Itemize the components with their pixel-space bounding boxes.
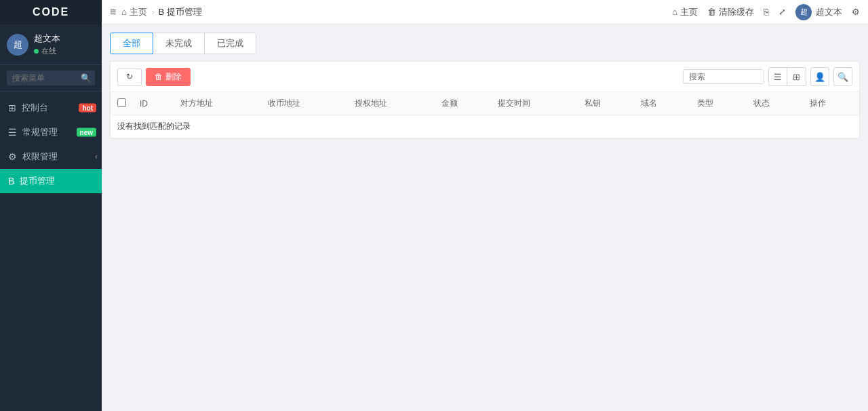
refresh-button[interactable]: ↻: [117, 68, 142, 86]
clear-cache-label: 清除缓存: [719, 6, 754, 18]
breadcrumb-current: B 提币管理: [159, 6, 203, 18]
data-table: ID 对方地址 收币地址 授权地址 金额 提交时间 私钥 域名 类型 状态 操作: [111, 92, 859, 138]
avatar: 超: [7, 34, 28, 56]
header-user[interactable]: 超 超文本: [795, 4, 842, 20]
home-icon: ⌂: [121, 7, 127, 17]
tab-all[interactable]: 全部: [110, 33, 153, 54]
col-auth-addr: 授权地址: [348, 92, 435, 115]
clear-cache-action[interactable]: 🗑 清除缓存: [707, 6, 754, 18]
coin-manage-icon: B: [8, 176, 14, 187]
col-status: 状态: [747, 92, 803, 115]
sidebar-logo: CODE: [0, 0, 102, 24]
status-dot-online: [34, 49, 39, 54]
header-username: 超文本: [816, 6, 842, 18]
breadcrumb-current-label: 提币管理: [167, 6, 202, 18]
sidebar-user: 超 超文本 在线: [0, 24, 102, 65]
table-card: ↻ 🗑 删除 ☰ ⊞ 👤 🔍: [110, 61, 860, 139]
list-view-icon[interactable]: ☰: [768, 67, 787, 86]
delete-icon: 🗑: [155, 72, 163, 81]
header-left: ≡ ⌂ 主页 › B 提币管理: [110, 6, 202, 18]
delete-button[interactable]: 🗑 删除: [146, 68, 191, 86]
col-id: ID: [133, 92, 174, 115]
sidebar: CODE 超 超文本 在线 🔍 ⊞ 控制台 hot ☰ 常规管理 new ⚙: [0, 0, 102, 411]
col-private-key: 私钥: [578, 92, 634, 115]
new-badge: new: [77, 128, 96, 137]
sidebar-search-icon: 🔍: [81, 73, 91, 83]
collapse-icon: ‹: [95, 152, 98, 161]
header-settings-icon[interactable]: ⚙: [852, 7, 860, 17]
fullscreen-action[interactable]: ⤢: [778, 7, 786, 17]
clear-cache-icon: 🗑: [707, 7, 716, 17]
user-status: 在线: [34, 46, 60, 56]
table-toolbar: ↻ 🗑 删除 ☰ ⊞ 👤 🔍: [111, 62, 859, 92]
col-action: 操作: [803, 92, 859, 115]
main-content: ≡ ⌂ 主页 › B 提币管理 ⌂ 主页 🗑 清除缓存: [102, 0, 868, 411]
sidebar-item-coin-manage[interactable]: B 提币管理: [0, 169, 102, 193]
col-amount: 金额: [435, 92, 491, 115]
breadcrumb-home[interactable]: ⌂ 主页: [121, 6, 147, 18]
select-all-col: [111, 92, 133, 115]
delete-label: 删除: [165, 71, 182, 83]
header-right: ⌂ 主页 🗑 清除缓存 ⎘ ⤢ 超 超文本 ⚙: [672, 4, 860, 20]
sidebar-item-label: 常规管理: [22, 126, 58, 138]
table-header-row: ID 对方地址 收币地址 授权地址 金额 提交时间 私钥 域名 类型 状态 操作: [111, 92, 859, 115]
menu-toggle-icon[interactable]: ≡: [110, 6, 116, 18]
sidebar-item-normal-manage[interactable]: ☰ 常规管理 new: [0, 120, 102, 144]
user-name: 超文本: [34, 33, 60, 45]
sidebar-item-label: 提币管理: [20, 175, 55, 187]
breadcrumb-home-label: 主页: [130, 6, 147, 18]
col-domain: 域名: [634, 92, 690, 115]
home-action-label: 主页: [680, 6, 698, 18]
search-icon[interactable]: 🔍: [833, 67, 852, 86]
view-toggle-group: ☰ ⊞: [768, 67, 806, 86]
user-info: 超文本 在线: [34, 33, 60, 56]
toolbar-right: ☰ ⊞ 👤 🔍: [683, 67, 852, 86]
home-action[interactable]: ⌂ 主页: [672, 6, 698, 18]
tab-complete[interactable]: 已完成: [205, 33, 256, 54]
tab-bar: 全部 未完成 已完成: [110, 33, 860, 54]
sidebar-item-auth-manage[interactable]: ⚙ 权限管理 ‹: [0, 144, 102, 169]
header-avatar: 超: [795, 4, 812, 20]
sidebar-nav: ⊞ 控制台 hot ☰ 常规管理 new ⚙ 权限管理 ‹ B 提币管理: [0, 92, 102, 411]
grid-view-icon[interactable]: ⊞: [787, 67, 806, 86]
tab-incomplete[interactable]: 未完成: [153, 33, 205, 54]
toolbar-left: ↻ 🗑 删除: [117, 68, 191, 86]
sidebar-item-label: 控制台: [22, 102, 48, 114]
col-counterpart-addr: 对方地址: [174, 92, 260, 115]
auth-manage-icon: ⚙: [8, 151, 17, 162]
normal-manage-icon: ☰: [8, 127, 17, 138]
table-search-input[interactable]: [683, 69, 764, 84]
table-empty-row: 没有找到匹配的记录: [111, 115, 859, 138]
sidebar-item-label: 权限管理: [22, 151, 58, 163]
col-recv-addr: 收币地址: [261, 92, 348, 115]
coin-icon: B: [159, 7, 165, 17]
column-settings-icon[interactable]: 👤: [810, 67, 829, 86]
fullscreen-icon: ⤢: [778, 7, 786, 17]
empty-message: 没有找到匹配的记录: [111, 115, 859, 138]
copy-action[interactable]: ⎘: [764, 7, 769, 17]
sidebar-item-dashboard[interactable]: ⊞ 控制台 hot: [0, 96, 102, 120]
status-label: 在线: [41, 46, 56, 56]
home-action-icon: ⌂: [672, 7, 677, 17]
dashboard-icon: ⊞: [8, 102, 16, 113]
sidebar-search-area: 🔍: [0, 65, 102, 92]
page-content: 全部 未完成 已完成 ↻ 🗑 删除 ☰ ⊞: [102, 24, 868, 411]
col-submit-time: 提交时间: [491, 92, 578, 115]
col-type: 类型: [690, 92, 747, 115]
breadcrumb: ⌂ 主页 › B 提币管理: [121, 6, 202, 18]
hot-badge: hot: [79, 104, 96, 113]
breadcrumb-separator: ›: [151, 7, 154, 17]
header: ≡ ⌂ 主页 › B 提币管理 ⌂ 主页 🗑 清除缓存: [102, 0, 868, 24]
select-all-checkbox[interactable]: [117, 98, 126, 107]
copy-icon: ⎘: [764, 7, 769, 17]
